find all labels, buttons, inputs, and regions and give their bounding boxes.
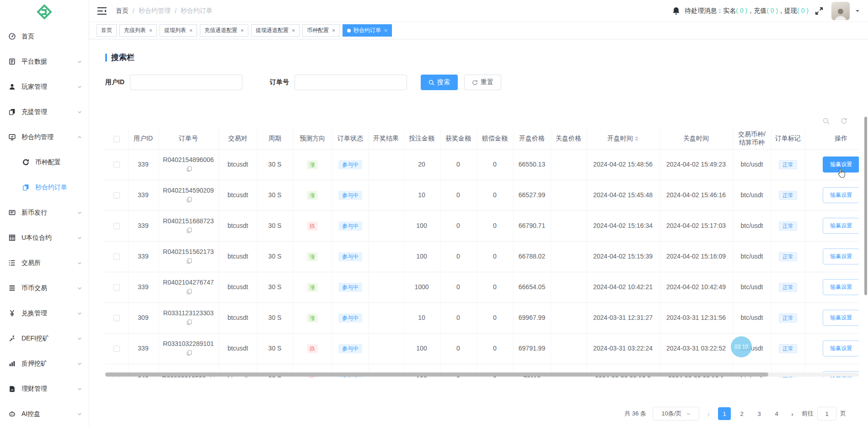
close-icon[interactable]: × [384,28,387,33]
close-icon[interactable]: × [332,28,335,33]
status-badge: 参与中 [338,221,362,231]
breadcrumb-item[interactable]: 秒合约管理 [139,7,171,15]
tab-item[interactable]: 币种配置× [302,24,340,37]
copy-icon[interactable] [187,289,192,295]
sidebar-item-new-coin[interactable]: 新币发行 [0,200,89,225]
tab-label: 币种配置 [307,27,329,34]
row-checkbox[interactable] [113,253,120,260]
tab-item[interactable]: 首页 [96,24,117,37]
page-number-button[interactable]: 4 [770,407,783,420]
vertical-scrollbar[interactable] [864,117,867,295]
cell-status: 参与中 [332,210,369,241]
winlose-settings-button[interactable]: 输赢设置 [823,218,859,234]
userid-input[interactable] [130,75,242,90]
sidebar-item-stake-mining[interactable]: 质押挖矿 [0,351,89,376]
cell-pair: btcusdt [219,333,257,364]
sidebar-item-coin-trade[interactable]: 币币交易 [0,275,89,301]
select-all-checkbox[interactable] [113,136,120,142]
page-number-button[interactable]: 3 [753,407,766,420]
row-checkbox[interactable] [113,192,120,199]
prev-page-button[interactable]: ‹ [706,410,712,418]
tab-item[interactable]: 充值列表× [119,24,157,37]
table-search-icon[interactable] [823,118,830,124]
tab-item[interactable]: 提现通道配置× [251,24,300,37]
direction-badge: 涨 [307,252,318,261]
winlose-settings-button[interactable]: 输赢设置 [823,156,859,173]
page-size-select[interactable]: 10条/页 [653,407,699,421]
reset-button[interactable]: 重置 [464,75,501,90]
cell-compensation-amount: 0 [477,272,513,302]
sidebar-item-home[interactable]: 首页 [0,24,89,49]
sidebar-item-coin-config[interactable]: 币种配置 [0,150,89,175]
chevron-down-icon [77,411,82,417]
mark-badge: 正常 [779,344,797,353]
sidebar-item-swap-management[interactable]: 兑换管理 [0,301,89,326]
sort-icons[interactable] [635,135,638,143]
bell-icon[interactable] [672,7,680,15]
direction-badge: 跌 [307,344,318,353]
row-checkbox[interactable] [113,315,120,321]
page-number-button[interactable]: 2 [735,407,748,420]
notice-count: ( 0 ) [766,7,778,14]
winlose-settings-button[interactable]: 输赢设置 [823,310,859,326]
brand-logo[interactable] [0,0,89,24]
cell-close-price [551,241,586,272]
row-checkbox[interactable] [113,162,120,168]
breadcrumb-item[interactable]: 首页 [116,7,129,15]
avatar[interactable] [831,2,850,20]
copy-icon[interactable] [187,319,192,325]
row-checkbox[interactable] [113,284,120,291]
winlose-settings-button[interactable]: 输赢设置 [823,279,859,295]
sidebar-item-second-contract[interactable]: 秒合约管理 [0,124,89,150]
cell-close-price [551,302,586,333]
winlose-settings-button[interactable]: 输赢设置 [823,340,859,356]
avatar-caret-icon[interactable] [855,9,860,13]
sidebar-item-ai-control[interactable]: AI控盘 [0,401,89,426]
row-checkbox[interactable] [113,223,120,229]
close-icon[interactable]: × [189,28,193,33]
horizontal-scrollbar[interactable] [105,372,859,377]
row-checkbox[interactable] [113,345,120,352]
copy-icon[interactable] [187,350,192,356]
tab-item[interactable]: 秒合约订单× [343,24,392,37]
sidebar-item-player-management[interactable]: 玩家管理 [0,74,89,99]
cell-pair: btcusdt [219,149,257,180]
cell-pair: btcusdt [219,272,257,302]
copy-icon[interactable] [187,166,192,172]
page-number-button[interactable]: 1 [718,407,731,420]
sidebar-item-finance-management[interactable]: 理财管理 [0,376,89,401]
breadcrumb-item[interactable]: 秒合约订单 [181,7,213,15]
close-icon[interactable]: × [292,28,295,33]
sidebar-item-platform-data[interactable]: 平台数据 [0,49,89,74]
horizontal-scrollbar-thumb[interactable] [105,372,768,377]
collapse-menu-icon[interactable] [97,7,107,15]
tab-item[interactable]: 提现列表× [160,24,197,37]
orderno-input[interactable] [295,75,407,90]
cell-compensation-amount: 0 [477,333,513,364]
sidebar-item-exchange[interactable]: 交易所 [0,250,89,275]
winlose-settings-button[interactable]: 输赢设置 [823,187,859,203]
sidebar-item-second-contract-orders[interactable]: 秒合约订单 [0,175,89,200]
copy-icon[interactable] [187,258,192,264]
search-button[interactable]: 搜索 [421,75,458,90]
sidebar-item-u-contract[interactable]: U本位合约 [0,225,89,250]
tab-item[interactable]: 充值通道配置× [200,24,248,37]
cell-order-no: R0402154896006 [158,149,219,180]
cell-mark: 正常 [771,333,805,364]
copy-icon[interactable] [187,227,192,233]
sidebar-item-deposit-withdraw[interactable]: 充提管理 [0,99,89,124]
fullscreen-icon[interactable] [815,7,823,15]
row-select-cell [105,210,128,241]
next-page-button[interactable]: › [789,410,795,418]
sidebar-item-label: 首页 [21,32,82,41]
direction-badge: 涨 [307,283,318,292]
sidebar-item-defi-mining[interactable]: DEFI挖矿 [0,326,89,351]
close-icon[interactable]: × [241,28,244,33]
copy-icon[interactable] [187,197,192,203]
cell-result [369,180,403,210]
winlose-settings-button[interactable]: 输赢设置 [823,248,859,264]
page-jump-input[interactable] [817,407,836,421]
close-icon[interactable]: × [149,28,152,33]
cell-result [369,272,403,302]
table-refresh-icon[interactable] [841,118,847,124]
